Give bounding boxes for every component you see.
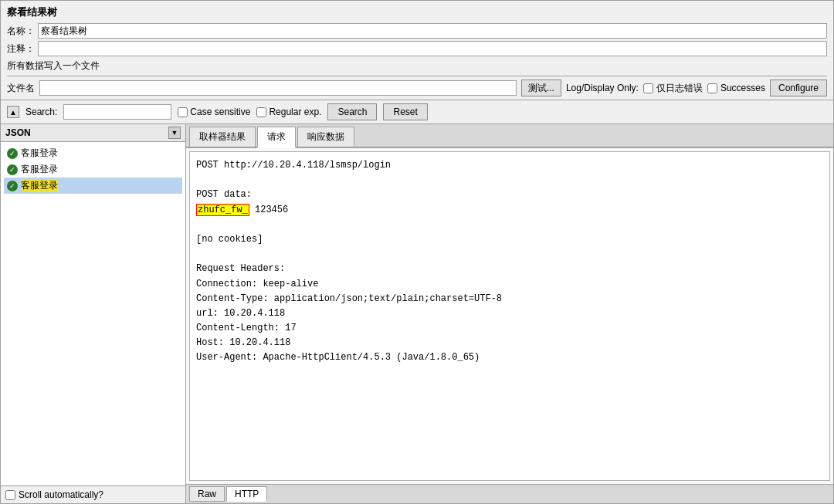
top-section: 察看结果树 名称： 注释： 所有数据写入一个文件 文件名 测试... Log/D… (1, 1, 833, 100)
comment-field-row: 注释： (7, 41, 827, 56)
scroll-auto-label: Scroll automatically? (19, 489, 103, 500)
window-title: 察看结果树 (7, 4, 827, 21)
content-line-14: User-Agent: Apache-HttpClient/4.5.3 (Jav… (196, 350, 823, 365)
scroll-auto-checkbox[interactable] (5, 490, 15, 500)
item-label: 客服登录 (21, 163, 58, 176)
toolbar-row: ▲ Search: Case sensitive Regular exp. Se… (1, 100, 833, 124)
content-line-2 (196, 173, 823, 188)
content-area: JSON ▼ ✓ 客服登录 ✓ 客服登录 ✓ 客服登录 (1, 124, 833, 503)
main-container: 察看结果树 名称： 注释： 所有数据写入一个文件 文件名 测试... Log/D… (0, 0, 834, 504)
content-line-4: zhufc_fw_ 123456 (196, 203, 823, 218)
highlighted-value: zhufc_fw_ (196, 204, 249, 216)
tab-results[interactable]: 取样器结果 (189, 127, 256, 147)
comment-label: 注释： (7, 42, 35, 56)
bottom-tab-bar: Raw HTTP (186, 484, 833, 503)
test-button[interactable]: 测试... (521, 79, 561, 96)
name-label: 名称： (7, 25, 35, 38)
file-row: 文件名 测试... Log/Display Only: 仅日志错误 Succes… (7, 76, 827, 96)
name-input[interactable] (38, 23, 827, 39)
check-icon: ✓ (7, 181, 18, 191)
list-item[interactable]: ✓ 客服登录 (4, 145, 182, 161)
content-line-1: POST http://10.20.4.118/lsmsp/login (196, 158, 823, 173)
log-errors-label: 仅日志错误 (656, 82, 703, 95)
list-item[interactable]: ✓ 客服登录 (4, 178, 182, 194)
log-errors-checkbox-group: 仅日志错误 (643, 82, 703, 95)
bottom-tab-http[interactable]: HTTP (226, 486, 267, 502)
list-item[interactable]: ✓ 客服登录 (4, 161, 182, 178)
case-sensitive-checkbox[interactable] (178, 107, 188, 117)
content-line-13: Host: 10.20.4.118 (196, 336, 823, 350)
tab-request[interactable]: 请求 (257, 127, 296, 148)
content-line-10: Content-Type: application/json;text/plai… (196, 292, 823, 306)
expand-button[interactable]: ▲ (7, 106, 19, 118)
check-icon: ✓ (7, 148, 18, 159)
panel-dropdown-button[interactable]: ▼ (168, 127, 181, 139)
content-line-9: Connection: keep-alive (196, 277, 823, 292)
content-line-8: Request Headers: (196, 262, 823, 276)
tab-response[interactable]: 响应数据 (297, 127, 354, 147)
tree-area: ✓ 客服登录 ✓ 客服登录 ✓ 客服登录 (1, 142, 185, 485)
content-line-4-rest: 123456 (249, 205, 288, 215)
left-panel-footer: Scroll automatically? (1, 485, 185, 503)
log-display-label: Log/Display Only: (566, 83, 639, 93)
item-label: 客服登录 (21, 179, 58, 192)
content-display: POST http://10.20.4.118/lsmsp/login POST… (189, 151, 830, 481)
content-line-11: url: 10.20.4.118 (196, 306, 823, 321)
panel-title: JSON (5, 127, 165, 138)
comment-input[interactable] (38, 41, 827, 56)
file-input[interactable] (39, 80, 517, 96)
content-line-7 (196, 247, 823, 262)
search-input[interactable] (63, 104, 171, 120)
bottom-tab-raw[interactable]: Raw (189, 486, 225, 502)
successes-checkbox[interactable] (707, 83, 717, 93)
reset-button[interactable]: Reset (383, 103, 427, 120)
item-label: 客服登录 (21, 147, 58, 160)
scroll-auto-checkbox-group: Scroll automatically? (5, 489, 103, 500)
log-errors-checkbox[interactable] (643, 83, 653, 93)
successes-label: Successes (720, 83, 765, 93)
successes-checkbox-group: Successes (707, 83, 765, 93)
search-button[interactable]: Search (327, 103, 377, 120)
check-icon: ✓ (7, 164, 18, 175)
case-sensitive-checkbox-group: Case sensitive (178, 107, 250, 117)
search-label: Search: (25, 107, 57, 117)
case-sensitive-label: Case sensitive (190, 107, 250, 117)
right-panel: 取样器结果 请求 响应数据 POST http://10.20.4.118/ls… (186, 124, 833, 503)
left-panel: JSON ▼ ✓ 客服登录 ✓ 客服登录 ✓ 客服登录 (1, 124, 186, 503)
content-line-12: Content-Length: 17 (196, 321, 823, 336)
regex-checkbox[interactable] (256, 107, 266, 117)
configure-button[interactable]: Configure (770, 79, 827, 96)
regex-checkbox-group: Regular exp. (256, 107, 321, 117)
content-line-3: POST data: (196, 188, 823, 202)
left-panel-header: JSON ▼ (1, 124, 185, 142)
tab-bar: 取样器结果 请求 响应数据 (186, 124, 833, 148)
content-line-5 (196, 218, 823, 232)
file-label: 文件名 (7, 82, 35, 95)
regex-label: Regular exp. (269, 107, 321, 117)
all-data-note: 所有数据写入一个文件 (7, 59, 827, 73)
log-display-area: Log/Display Only: 仅日志错误 Successes Config… (566, 79, 827, 96)
content-line-6: [no cookies] (196, 232, 823, 247)
name-field-row: 名称： (7, 23, 827, 39)
